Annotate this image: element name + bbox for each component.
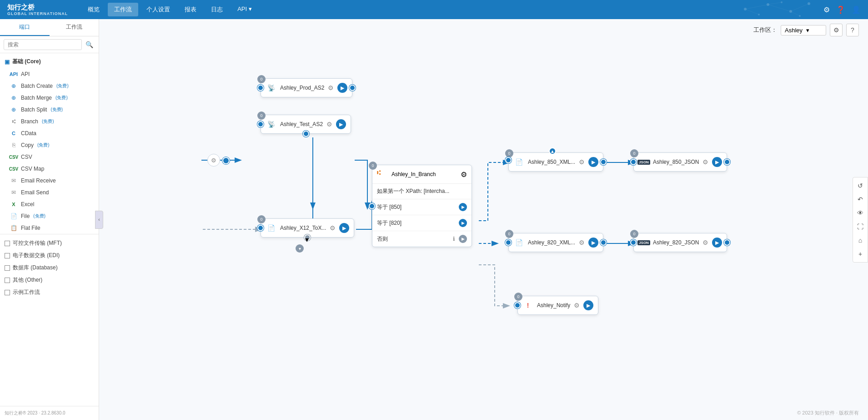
json850-settings-btn[interactable]: ⚙ [702, 158, 708, 166]
node-in-json820[interactable] [630, 239, 637, 246]
group-core-header[interactable]: ▣ 基础 (Core) [0, 55, 99, 68]
copy-icon: ⎘ [10, 142, 17, 149]
undo-btn[interactable]: ↶ [854, 193, 867, 206]
prod-settings-btn[interactable]: ⚙ [328, 84, 334, 91]
sidebar-item-batch-merge[interactable]: ⊕ Batch Merge (免费) [0, 92, 99, 104]
test-settings-btn[interactable]: ⚙ [326, 121, 332, 128]
nav-api[interactable]: API ▾ [231, 3, 258, 16]
svg-line-9 [791, 4, 809, 11]
sidebar-item-label: Batch Merge [21, 95, 52, 101]
left-gear-connector[interactable]: ⚙ [207, 154, 220, 167]
nav-personal[interactable]: 个人设置 [140, 3, 176, 16]
node-in-x12[interactable] [257, 225, 264, 231]
sidebar-group-label: 电子数据交换 (EDI) [13, 252, 60, 259]
sidebar-item-copy[interactable]: ⎘ Copy (免费) [0, 139, 99, 151]
xml850-icon: 📄 [513, 157, 524, 167]
branch-settings-btn[interactable]: ⚙ [461, 170, 467, 179]
canvas-area: 工作区： Ashley ▾ ⚙ ? ↺ ↶ 👁 ⛶ ⌂ + [99, 19, 868, 420]
sidebar-item-label: File [21, 213, 30, 219]
node-in-notify[interactable] [514, 302, 521, 309]
nav-report[interactable]: 报表 [178, 3, 203, 16]
x12-settings-btn[interactable]: ⚙ [330, 224, 336, 232]
json820-arrow-btn[interactable]: ▶ [712, 238, 722, 248]
arrow-test-to-branch [355, 160, 367, 208]
cond-820-dot[interactable]: ▶ [459, 219, 467, 227]
workspace-select[interactable]: Ashley ▾ [781, 25, 826, 35]
fullscreen-btn[interactable]: ⛶ [854, 220, 867, 233]
node-in-branch: 0 ⑆ Ashley_In_Branch ⚙ 如果第一个 XPath: [Int… [372, 165, 472, 247]
node-out-prod[interactable] [349, 85, 356, 91]
sidebar-search: 🔍 [0, 36, 99, 53]
node-in-xml820[interactable] [505, 239, 512, 246]
cond-850-dot[interactable]: ▶ [459, 203, 467, 211]
branch-condition-text: 如果第一个 XPath: [Intercha... [372, 184, 472, 199]
node-in-test[interactable] [257, 121, 264, 127]
node-out-xml850[interactable] [600, 159, 607, 165]
node-count-json850: 0 [630, 149, 638, 157]
sidebar-item-csv[interactable]: CSV CSV [0, 151, 99, 163]
tab-workflow[interactable]: 工作流 [50, 19, 99, 36]
sidebar-group-edi[interactable]: 电子数据交换 (EDI) [0, 249, 99, 262]
search-button[interactable]: 🔍 [84, 40, 95, 49]
sidebar-item-email-send[interactable]: ✉ Email Send [0, 187, 99, 198]
xml850-arrow-btn[interactable]: ▶ [588, 157, 598, 167]
notify-label: Ashley_Notify [537, 302, 570, 309]
zoom-in-btn[interactable]: + [854, 248, 867, 260]
sidebar-group-other[interactable]: 其他 (Other) [0, 274, 99, 286]
cond-else-text: 否则 [377, 235, 447, 243]
home-btn[interactable]: ⌂ [854, 234, 867, 247]
test-arrow-btn[interactable]: ▶ [336, 119, 346, 129]
api-icon: API [10, 71, 17, 78]
help-icon[interactable]: ❓ [836, 5, 845, 14]
sidebar-group-examples[interactable]: 示例工作流 [0, 286, 99, 299]
cond-850-text: 等于 [850] [377, 203, 455, 211]
sidebar-group-mft[interactable]: 可控文件传输 (MFT) [0, 237, 99, 249]
tab-ports[interactable]: 端口 [0, 19, 50, 36]
sidebar-item-csvmap[interactable]: CSV CSV Map [0, 163, 99, 175]
sidebar-item-batch-split[interactable]: ⊕ Batch Split (免费) [0, 104, 99, 116]
workspace-settings-btn[interactable]: ⚙ [830, 24, 843, 36]
user-icon[interactable]: 👤 [852, 5, 861, 14]
nav-overview[interactable]: 概览 [81, 3, 106, 16]
notify-arrow-btn[interactable]: ▶ [583, 300, 593, 310]
flow-svg [99, 19, 868, 420]
sidebar-item-flatfile[interactable]: 📋 Flat File [0, 222, 99, 234]
settings-icon[interactable]: ⚙ [823, 5, 830, 14]
notify-settings-btn[interactable]: ⚙ [574, 302, 580, 309]
canvas-toolbar: 工作区： Ashley ▾ ⚙ ? [753, 24, 859, 36]
view-btn[interactable]: 👁 [854, 207, 867, 219]
nav-log[interactable]: 日志 [205, 3, 229, 16]
x12-arrow-btn[interactable]: ▶ [339, 223, 349, 233]
sidebar-group-database[interactable]: 数据库 (Database) [0, 262, 99, 274]
sidebar-item-email-receive[interactable]: ✉ Email Receive [0, 175, 99, 187]
chevron-down-icon: ▾ [806, 27, 822, 34]
xml850-settings-btn[interactable]: ⚙ [579, 158, 585, 166]
json820-settings-btn[interactable]: ⚙ [702, 239, 708, 246]
nav-workflow[interactable]: 工作流 [108, 3, 138, 16]
node-in-json850[interactable] [630, 159, 637, 165]
node-out-json850[interactable] [724, 159, 730, 165]
sidebar-item-file[interactable]: 📄 File (免费) [0, 210, 99, 222]
search-input[interactable] [4, 39, 82, 50]
sidebar-item-cdata[interactable]: C CData [0, 127, 99, 139]
branch-icon: ⑆ [10, 118, 17, 125]
sidebar-item-excel[interactable]: X Excel [0, 198, 99, 210]
node-in-prod[interactable] [257, 85, 264, 91]
node-in-xml850[interactable] [505, 157, 512, 163]
node-down-test[interactable] [303, 131, 309, 137]
sidebar-collapse-btn[interactable]: ‹ [95, 211, 103, 229]
refresh-btn[interactable]: ↺ [854, 179, 867, 192]
xml820-arrow-btn[interactable]: ▶ [588, 238, 598, 248]
node-out-xml820[interactable] [600, 239, 607, 246]
workspace-help-btn[interactable]: ? [846, 24, 859, 36]
sidebar-item-api[interactable]: API API [0, 68, 99, 80]
nav-items: 概览 工作流 个人设置 报表 日志 API ▾ [81, 3, 823, 16]
left-connector-dot[interactable] [222, 157, 230, 164]
xml820-settings-btn[interactable]: ⚙ [579, 239, 585, 246]
sidebar-item-batch-create[interactable]: ⊕ Batch Create (免费) [0, 80, 99, 92]
json850-arrow-btn[interactable]: ▶ [712, 157, 722, 167]
node-in-branch-dot[interactable] [369, 203, 375, 209]
sidebar-item-branch[interactable]: ⑆ Branch (免费) [0, 116, 99, 127]
prod-arrow-btn[interactable]: ▶ [337, 83, 347, 93]
node-out-json820[interactable] [724, 239, 730, 246]
